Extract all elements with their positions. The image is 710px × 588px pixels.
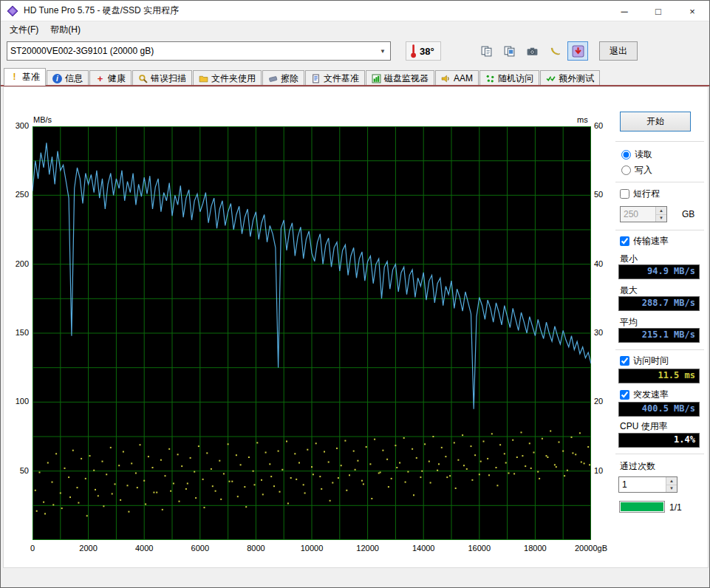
- short-stroke-checkbox[interactable]: 短行程: [620, 188, 660, 200]
- tab-label: 磁盘监视器: [384, 72, 429, 85]
- copy-text-icon: [480, 45, 493, 58]
- tab-health[interactable]: +健康: [89, 70, 132, 86]
- separator: [615, 454, 704, 454]
- short-stroke-checkbox-input[interactable]: [620, 189, 629, 199]
- short-stroke-spinner[interactable]: 250 ▲ ▼: [620, 206, 667, 222]
- tab-label: AAM: [454, 73, 473, 83]
- benchmark-icon: !: [10, 72, 19, 82]
- tab-label: 擦除: [281, 72, 298, 85]
- window-title: HD Tune Pro 5.75 - 硬盘/SSD 实用程序: [24, 4, 179, 17]
- tab-label: 信息: [65, 72, 83, 85]
- temperature-display: 38°: [406, 41, 441, 61]
- burst-rate-label: 突发速率: [633, 389, 669, 401]
- tab-label: 额外测试: [559, 72, 594, 85]
- tab-bar: !基准i信息+健康错误扫描文件夹使用擦除文件基准磁盘监视器AAM随机访问额外测试: [4, 68, 601, 86]
- short-stroke-label: 短行程: [633, 188, 660, 200]
- close-button[interactable]: ×: [675, 1, 709, 21]
- tab-label: 文件基准: [324, 72, 359, 85]
- health-icon: +: [95, 74, 105, 83]
- toolbar-buttons: [476, 41, 588, 61]
- copy-image-button[interactable]: [499, 41, 519, 61]
- tab-label: 健康: [108, 72, 126, 85]
- avg-label: 平均: [620, 316, 638, 329]
- folder-icon: [199, 74, 208, 83]
- access-time-value: 11.5 ms: [618, 369, 700, 383]
- disk-monitor-icon: [372, 74, 381, 83]
- error-scan-icon: [138, 74, 148, 83]
- progress-fill: [621, 502, 663, 511]
- save-image-button[interactable]: [567, 41, 588, 61]
- tab-label: 基准: [22, 71, 40, 83]
- separator: [615, 349, 704, 350]
- drive-selector-value: ST20000VE002-3G9101 (20000 gB): [10, 46, 380, 56]
- menu-item-file[interactable]: 文件(F): [4, 21, 44, 38]
- max-label: 最大: [620, 284, 638, 297]
- cpu-usage-value: 1.4%: [618, 433, 700, 448]
- camera-icon: [526, 45, 539, 58]
- write-radio-input[interactable]: [621, 165, 631, 175]
- gb-unit-label: GB: [682, 209, 694, 219]
- tab-random-access[interactable]: 随机访问: [479, 70, 539, 86]
- drive-selector[interactable]: ST20000VE002-3G9101 (20000 gB) ▼: [7, 41, 391, 61]
- start-button[interactable]: 开始: [620, 112, 691, 131]
- write-radio[interactable]: 写入: [621, 164, 652, 177]
- thermometer-icon: [409, 43, 417, 59]
- info-icon: i: [52, 74, 62, 83]
- tab-benchmark[interactable]: !基准: [4, 68, 46, 86]
- access-time-label: 访问时间: [633, 355, 669, 367]
- screenshot-button[interactable]: [522, 41, 542, 61]
- read-radio-input[interactable]: [621, 150, 631, 160]
- window-controls: ─ □ ×: [607, 1, 709, 21]
- transfer-rate-checkbox-input[interactable]: [620, 236, 629, 246]
- separator: [615, 141, 704, 142]
- spin-down-button[interactable]: ▼: [656, 215, 666, 222]
- tab-error-scan[interactable]: 错误扫描: [132, 70, 192, 86]
- spin-down-button[interactable]: ▼: [666, 485, 677, 493]
- submit-icon: [549, 45, 561, 58]
- burst-rate-checkbox[interactable]: 突发速率: [620, 389, 669, 401]
- short-stroke-value: 250: [621, 207, 655, 222]
- tab-file-benchmark[interactable]: 文件基准: [305, 70, 365, 86]
- file-benchmark-icon: [311, 74, 321, 83]
- tab-label: 文件夹使用: [211, 72, 256, 85]
- read-radio[interactable]: 读取: [621, 148, 652, 161]
- access-time-checkbox-input[interactable]: [620, 356, 629, 366]
- content-panel: [3, 86, 709, 568]
- progress-label: 1/1: [669, 502, 682, 513]
- temperature-value: 38°: [420, 46, 434, 57]
- burst-rate-checkbox-input[interactable]: [620, 390, 629, 400]
- minimize-button[interactable]: ─: [607, 1, 641, 21]
- progress-bar: [619, 501, 665, 513]
- tab-folder-usage[interactable]: 文件夹使用: [193, 70, 262, 86]
- pass-count-spinner[interactable]: 1 ▲ ▼: [618, 476, 677, 493]
- transfer-rate-checkbox[interactable]: 传输速率: [620, 235, 669, 247]
- max-value: 288.7 MB/s: [618, 296, 700, 311]
- spin-up-button[interactable]: ▲: [656, 207, 666, 215]
- tab-erase[interactable]: 擦除: [262, 70, 304, 86]
- tab-extra-tests[interactable]: 额外测试: [540, 70, 600, 86]
- pass-count-label: 通过次数: [620, 460, 655, 473]
- copy-text-button[interactable]: [476, 41, 496, 61]
- copy-image-icon: [503, 45, 516, 58]
- control-panel: 开始 读取 写入 短行程 250 ▲ ▼ GB 传输速率 最小: [614, 86, 709, 568]
- aam-icon: [441, 74, 451, 83]
- maximize-button[interactable]: □: [641, 1, 675, 21]
- exit-button[interactable]: 退出: [599, 41, 638, 61]
- access-time-checkbox[interactable]: 访问时间: [620, 355, 669, 367]
- spin-up-button[interactable]: ▲: [666, 477, 677, 485]
- save-arrow-icon: [572, 45, 584, 58]
- chevron-down-icon: ▼: [380, 48, 387, 55]
- app-icon: [7, 5, 18, 17]
- menu-item-help[interactable]: 帮助(H): [44, 21, 86, 38]
- tab-info[interactable]: i信息: [47, 70, 89, 86]
- pass-count-value: 1: [619, 477, 666, 492]
- random-access-icon: [485, 74, 495, 83]
- tab-aam[interactable]: AAM: [435, 70, 479, 86]
- separator: [615, 230, 704, 230]
- transfer-rate-label: 传输速率: [633, 235, 669, 247]
- tab-disk-monitor[interactable]: 磁盘监视器: [366, 70, 434, 86]
- cpu-usage-label: CPU 使用率: [620, 420, 668, 433]
- submit-results-button[interactable]: [545, 41, 565, 61]
- min-label: 最小: [620, 253, 638, 265]
- spinner-buttons: ▲ ▼: [666, 477, 677, 492]
